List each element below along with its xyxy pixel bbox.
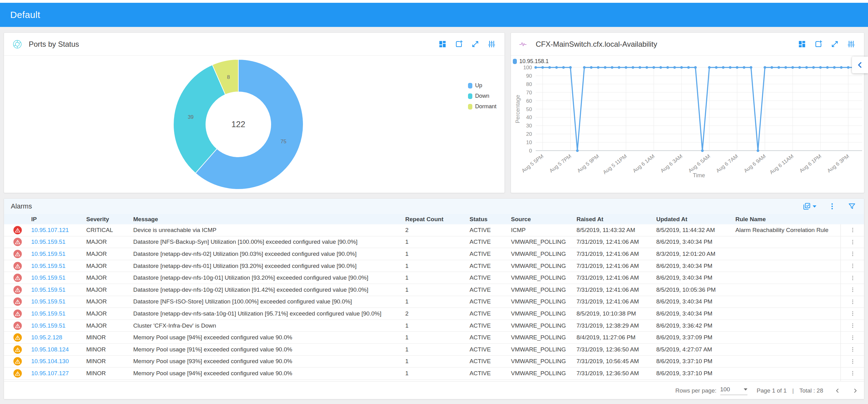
data-point[interactable] bbox=[771, 66, 773, 69]
data-point[interactable] bbox=[625, 66, 627, 69]
row-menu-cell[interactable] bbox=[840, 356, 864, 368]
data-point[interactable] bbox=[576, 149, 579, 152]
column-header-severity[interactable]: Severity bbox=[86, 216, 133, 223]
data-point[interactable] bbox=[847, 66, 850, 69]
column-header-status[interactable]: Status bbox=[469, 216, 511, 223]
data-point[interactable] bbox=[639, 66, 642, 69]
data-point[interactable] bbox=[548, 66, 551, 69]
data-point[interactable] bbox=[757, 149, 760, 152]
data-point[interactable] bbox=[659, 66, 662, 69]
data-point[interactable] bbox=[722, 66, 724, 69]
data-point[interactable] bbox=[826, 66, 829, 69]
row-menu-cell[interactable] bbox=[840, 284, 864, 296]
column-header-message[interactable]: Message bbox=[133, 216, 405, 223]
ip-link[interactable]: 10.95.108.124 bbox=[31, 346, 69, 353]
ip-link[interactable]: 10.95.2.128 bbox=[31, 334, 62, 341]
add-to-dashboard-icon[interactable] bbox=[814, 40, 823, 49]
data-point[interactable] bbox=[694, 66, 697, 69]
column-header-rule-name[interactable]: Rule Name bbox=[735, 216, 840, 223]
table-row[interactable]: 10.95.107.121CRITICALDevice is unreachab… bbox=[4, 224, 864, 236]
table-row[interactable]: 10.95.159.51MAJORDatastore [NFS-Backup-S… bbox=[4, 236, 864, 249]
data-point[interactable] bbox=[729, 66, 732, 69]
ip-link[interactable]: 10.95.159.51 bbox=[31, 238, 65, 245]
data-point[interactable] bbox=[645, 66, 648, 69]
ip-link[interactable]: 10.95.159.51 bbox=[31, 310, 65, 317]
data-point[interactable] bbox=[611, 66, 614, 69]
data-point[interactable] bbox=[597, 66, 600, 69]
table-row[interactable]: 10.95.159.51MAJORDatastore [netapp-dev-n… bbox=[4, 248, 864, 260]
dashboard-icon[interactable] bbox=[798, 40, 806, 49]
data-point[interactable] bbox=[555, 66, 558, 69]
table-row[interactable]: 10.95.159.51MAJORDatastore [netapp-dev-n… bbox=[4, 260, 864, 272]
table-row[interactable]: 10.95.159.51MAJORDatastore [netapp-dev-n… bbox=[4, 272, 864, 284]
data-point[interactable] bbox=[736, 66, 739, 69]
ip-link[interactable]: 10.95.159.51 bbox=[31, 322, 65, 329]
data-point[interactable] bbox=[604, 66, 607, 69]
table-row[interactable]: 10.95.104.130MINORMemory Pool usage [93%… bbox=[4, 356, 864, 368]
row-menu-cell[interactable] bbox=[840, 224, 864, 236]
ip-link[interactable]: 10.95.159.51 bbox=[31, 298, 65, 305]
data-point[interactable] bbox=[764, 66, 766, 69]
dashboard-icon[interactable] bbox=[438, 40, 447, 49]
filter-icon[interactable] bbox=[848, 202, 856, 210]
table-row[interactable]: 10.95.2.128MINORMemory Pool usage [94%] … bbox=[4, 331, 864, 344]
data-point[interactable] bbox=[653, 66, 655, 69]
data-point[interactable] bbox=[569, 66, 572, 69]
table-row[interactable]: 10.95.159.51MAJORDatastore [netapp-dev-n… bbox=[4, 308, 864, 320]
data-point[interactable] bbox=[715, 66, 718, 69]
data-point[interactable] bbox=[541, 66, 544, 69]
data-point[interactable] bbox=[701, 149, 704, 152]
collapse-panel-button[interactable] bbox=[852, 57, 868, 73]
column-header-source[interactable]: Source bbox=[511, 216, 577, 223]
legend-item-down[interactable]: Down bbox=[468, 93, 496, 99]
table-row[interactable]: 10.95.159.51MAJORDatastore [netapp-dev-n… bbox=[4, 284, 864, 296]
row-menu-cell[interactable] bbox=[840, 272, 864, 284]
data-point[interactable] bbox=[805, 66, 808, 69]
data-point[interactable] bbox=[750, 66, 752, 69]
ip-link[interactable]: 10.95.159.51 bbox=[31, 263, 65, 269]
settings-sliders-icon[interactable] bbox=[487, 40, 496, 49]
row-menu-cell[interactable] bbox=[840, 260, 864, 272]
expand-icon[interactable] bbox=[830, 40, 839, 49]
row-menu-cell[interactable] bbox=[840, 320, 864, 331]
data-point[interactable] bbox=[534, 66, 537, 69]
previous-page-button[interactable] bbox=[834, 387, 841, 395]
more-menu-icon[interactable] bbox=[828, 202, 836, 210]
data-point[interactable] bbox=[833, 66, 836, 69]
data-point[interactable] bbox=[784, 66, 787, 69]
data-point[interactable] bbox=[798, 66, 801, 69]
data-point[interactable] bbox=[631, 66, 634, 69]
column-header-updated-at[interactable]: Updated At bbox=[656, 216, 735, 223]
table-row[interactable]: 10.95.159.51MAJORDatastore [NFS-ISO-Stor… bbox=[4, 296, 864, 308]
row-menu-cell[interactable] bbox=[840, 308, 864, 320]
ip-link[interactable]: 10.95.159.51 bbox=[31, 286, 65, 293]
column-header-ip[interactable]: IP bbox=[31, 216, 86, 223]
ip-link[interactable]: 10.95.107.127 bbox=[31, 370, 69, 376]
data-point[interactable] bbox=[680, 66, 683, 69]
row-menu-cell[interactable] bbox=[840, 296, 864, 308]
row-menu-cell[interactable] bbox=[840, 331, 864, 343]
data-point[interactable] bbox=[840, 66, 843, 69]
ip-link[interactable]: 10.95.159.51 bbox=[31, 251, 65, 257]
table-row[interactable]: 10.95.108.124MINORMemory Pool usage [91%… bbox=[4, 344, 864, 356]
data-point[interactable] bbox=[673, 66, 676, 69]
column-header-repeat-count[interactable]: Repeat Count bbox=[405, 216, 469, 223]
series-legend[interactable]: 10.95.158.1 bbox=[513, 58, 549, 65]
row-menu-cell[interactable] bbox=[840, 380, 864, 381]
legend-item-dormant[interactable]: Dormant bbox=[468, 103, 496, 110]
data-point[interactable] bbox=[562, 66, 565, 69]
column-header-raised-at[interactable]: Raised At bbox=[577, 216, 656, 223]
next-page-button[interactable] bbox=[851, 387, 859, 395]
row-menu-cell[interactable] bbox=[840, 236, 864, 248]
data-point[interactable] bbox=[812, 66, 815, 69]
data-point[interactable] bbox=[819, 66, 822, 69]
ip-link[interactable]: 10.95.104.130 bbox=[31, 358, 69, 365]
settings-sliders-icon[interactable] bbox=[847, 40, 855, 49]
data-point[interactable] bbox=[618, 66, 620, 69]
data-point[interactable] bbox=[666, 66, 669, 69]
data-point[interactable] bbox=[687, 66, 690, 69]
table-row[interactable]: 10.95.159.51MAJORCluster 'CFX-Infra-Dev'… bbox=[4, 320, 864, 332]
bulk-select-icon[interactable] bbox=[803, 202, 816, 210]
add-to-dashboard-icon[interactable] bbox=[455, 40, 463, 49]
expand-icon[interactable] bbox=[471, 40, 479, 49]
